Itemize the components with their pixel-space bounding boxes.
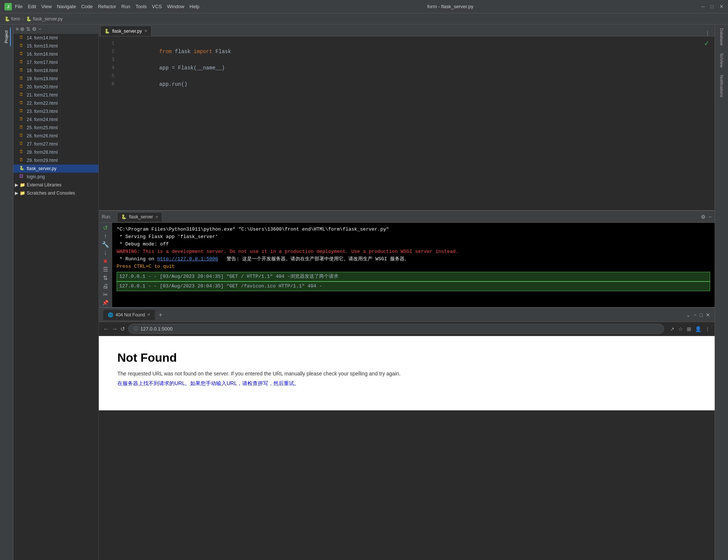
browser-tab-close-btn[interactable]: ✕ [147,312,150,317]
menu-edit[interactable]: Edit [28,4,36,9]
run-tab-flask[interactable]: 🐍 flask_server ✕ [117,212,162,222]
run-tab-controls: ⚙ − [701,214,712,220]
browser-tab-404[interactable]: 🌐 404 Not Found ✕ [103,310,155,320]
forward-button[interactable]: → [112,326,117,332]
lock-icon: ⓘ [134,326,138,332]
image-icon: 🖼 [19,174,25,180]
back-button[interactable]: ← [103,326,109,332]
right-tab-notifications[interactable]: Notifications [718,71,725,101]
bookmark-icon[interactable]: ☆ [678,326,683,332]
tree-item-label: 21. form21.html [27,92,58,98]
tree-collapse-btn[interactable]: ≡ [16,26,19,32]
output-line-7: 127.0.0.1 - - [03/Aug/2023 20:04:35] "GE… [117,272,710,281]
minimize-button[interactable]: ─ [701,4,705,9]
tree-item-login-png[interactable]: 🖼 login.png [13,173,98,181]
close-button[interactable]: ✕ [719,4,724,9]
tree-item-form17[interactable]: 🗒 17. form17.html [13,58,98,66]
html-icon: 🗒 [19,157,25,163]
menu-window[interactable]: Window [167,4,184,9]
tree-scratches[interactable]: ▶ 📁 Scratches and Consoles [13,189,98,197]
profile-icon[interactable]: 👤 [695,326,701,332]
code-content[interactable]: from flask import Flask app = Flask(__na… [117,36,715,210]
tree-item-label: 22. form22.html [27,101,58,106]
tree-item-form26[interactable]: 🗒 26. form26.html [13,132,98,140]
scroll-down-icon[interactable]: ↓ [104,250,107,256]
menu-file[interactable]: File [15,4,23,9]
tree-item-form16[interactable]: 🗒 16. form16.html [13,50,98,58]
menu-tools[interactable]: Tools [136,4,147,9]
tree-item-form18[interactable]: 🗒 18. form18.html [13,66,98,75]
tab-more-btn[interactable]: ⋮ [702,30,713,36]
tree-item-form14[interactable]: 🗒 14. form14.html [13,34,98,42]
split-view-icon[interactable]: ⊞ [687,326,691,332]
tree-item-label: 27. form27.html [27,141,58,147]
code-editor[interactable]: 1 2 3 4 5 6 from flask import Flask app … [99,36,715,210]
share-icon[interactable]: ↗ [670,326,675,332]
code-line-3: app = Flask(__name__) [122,56,715,64]
tree-item-form21[interactable]: 🗒 21. form21.html [13,91,98,99]
tree-item-flask-server[interactable]: 🐍 flask_server.py [13,165,98,173]
code-line-6 [122,80,715,88]
cut-icon[interactable]: ✂ [103,291,108,298]
new-tab-button[interactable]: + [159,312,162,318]
maximize-button[interactable]: □ [711,4,714,9]
print-icon[interactable]: 🖨 [103,283,108,290]
wrench-icon[interactable]: 🔧 [102,241,109,248]
breadcrumb-file[interactable]: 🐍 flask_server.py [26,16,62,22]
menu-view[interactable]: View [41,4,52,9]
menu-refactor[interactable]: Refactor [98,4,116,9]
stop-icon[interactable]: ■ [104,258,107,264]
tab-close-btn[interactable]: ✕ [144,29,147,33]
browser-titlebar: 🌐 404 Not Found ✕ + ⌄ − □ ✕ [99,308,715,322]
right-tab-sciview[interactable]: SciView [718,49,725,71]
tree-item-form22[interactable]: 🗒 22. form22.html [13,99,98,107]
tree-item-form29[interactable]: 🗒 29. form29.html [13,156,98,165]
editor-tab-flask[interactable]: 🐍 flask_server.py ✕ [100,26,152,36]
browser-close-btn[interactable]: ✕ [706,312,710,318]
tree-item-form25[interactable]: 🗒 25. form25.html [13,124,98,132]
browser-restore-btn[interactable]: □ [700,312,703,318]
run-settings-icon[interactable]: ⚙ [701,214,706,220]
rerun-icon[interactable]: ↺ [103,224,108,231]
scroll-up-icon[interactable]: ↑ [104,233,107,240]
menu-vcs[interactable]: VCS [152,4,162,9]
project-tab[interactable]: Project [3,27,11,46]
tree-item-form15[interactable]: 🗒 15. form15.html [13,42,98,50]
tree-item-label: 26. form26.html [27,133,58,139]
tree-item-form20[interactable]: 🗒 20. form20.html [13,83,98,91]
main-layout: Project ≡ ⊕ ⇅ ⚙ − 🗒 14. form14.html 🗒 15… [0,25,728,560]
tree-item-form27[interactable]: 🗒 27. form27.html [13,140,98,148]
more-options-icon[interactable]: ⋮ [705,326,710,332]
tree-sort-btn[interactable]: ⇅ [26,26,30,32]
tree-item-form24[interactable]: 🗒 24. form24.html [13,115,98,124]
tree-external-libs[interactable]: ▶ 📁 External Libraries [13,181,98,189]
list-icon[interactable]: ☰ [103,266,108,273]
right-tab-database[interactable]: Database [718,25,725,49]
tree-close-btn[interactable]: − [38,26,41,32]
editor-section: 🐍 flask_server.py ✕ ⋮ 1 2 3 4 5 6 [99,25,715,210]
tree-item-label: 29. form29.html [27,158,58,163]
pin-icon[interactable]: 📌 [102,300,108,306]
run-tab-close-btn[interactable]: ✕ [155,215,158,219]
menu-help[interactable]: Help [189,4,199,9]
run-minimize-icon[interactable]: − [709,214,712,220]
breadcrumb-form[interactable]: 🐍 form [4,16,20,22]
menu-code[interactable]: Code [81,4,93,9]
tree-item-form28[interactable]: 🗒 28. form28.html [13,148,98,156]
right-sidebar: Database SciView Notifications [715,25,728,560]
tree-expand-btn[interactable]: ⊕ [20,26,25,32]
menu-run[interactable]: Run [121,4,130,9]
tree-item-label: flask_server.py [27,166,56,171]
address-bar[interactable]: ⓘ 127.0.0.1:5000 [128,324,664,334]
menu-navigate[interactable]: Navigate [57,4,76,9]
tree-item-form23[interactable]: 🗒 23. form23.html [13,107,98,115]
browser-minimize-btn[interactable]: − [693,312,696,318]
browser-expand-icon[interactable]: ⌄ [686,312,690,318]
html-icon: 🗒 [19,117,25,123]
reload-button[interactable]: ↺ [120,326,125,332]
not-found-body-zh: 在服务器上找不到请求的URL。如果您手动输入URL，请检查拼写，然后重试。 [117,380,696,387]
tree-item-form19[interactable]: 🗒 19. form19.html [13,75,98,83]
tree-settings-btn[interactable]: ⚙ [32,26,37,32]
server-url-link[interactable]: http://127.0.0.1:5000 [157,256,218,262]
sort-icon[interactable]: ⇅ [103,274,108,281]
